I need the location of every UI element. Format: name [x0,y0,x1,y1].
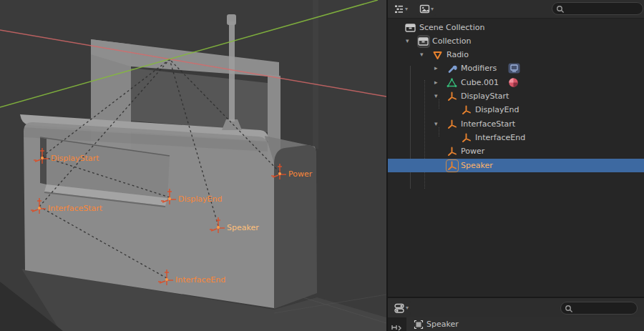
outliner-row-displaystart[interactable]: ▾ DisplayStart [388,89,644,103]
properties-tab-column[interactable] [388,317,406,331]
outliner-search-input[interactable] [567,3,643,14]
outliner-row-scene-collection[interactable]: Scene Collection [388,21,644,34]
empty-origin-dot [165,278,168,281]
empty-axes-icon [461,132,472,144]
wrench-icon [447,63,458,74]
backdrop-edge [313,0,318,149]
antenna-tip [227,14,236,25]
collapse-arrow-icon[interactable]: ▾ [420,51,424,58]
empty-axes-icon [447,146,458,157]
outliner-row-label: InterfaceStart [461,119,515,129]
chevron-down-icon: ▾ [406,305,409,311]
expand-arrow-icon[interactable]: ▸ [434,65,438,71]
display-mode-icon [419,4,430,14]
empty-origin-dot [168,197,171,200]
outliner-row-speaker[interactable]: Speaker [388,159,644,172]
expand-arrow-icon[interactable]: ▸ [434,79,438,86]
empty-label-power: Power [288,169,313,179]
properties-tab-icon [391,323,402,331]
properties-breadcrumb-strip: Speaker [388,317,644,331]
empty-label-speaker: Speaker [227,223,259,232]
chevron-down-icon: ▾ [405,6,408,12]
empty-axes-icon [447,119,458,130]
empty-axes-icon [461,104,472,116]
properties-header: ▾ [388,297,644,319]
display-recess-left-wall [40,137,47,184]
antenna-shaft [229,21,235,122]
outliner-row-interfacestart[interactable]: ▾ InterfaceStart [388,117,644,131]
outliner-row-label: DisplayStart [461,92,509,101]
outliner-row-cube-001[interactable]: ▸ Cube.001 [388,76,644,89]
empty-label-interfaceend: InterfaceEnd [175,275,225,285]
outliner-row-label: Power [461,147,484,156]
outliner-row-modifiers[interactable]: ▸ Modifiers [388,61,644,75]
collapse-arrow-icon[interactable]: ▾ [434,121,438,127]
properties-editor-button[interactable]: ▾ [391,301,411,315]
empty-origin-dot [38,207,41,209]
empty-axes-icon [447,91,458,102]
outliner-row-radio[interactable]: ▾ Radio [388,48,644,61]
properties-editor-icon [394,302,405,314]
modifier-display-icon[interactable] [508,63,520,76]
outliner-editor-icon [394,4,404,14]
collection-active-icon [418,36,429,47]
right-panel: ▾ ▾ Scene Collection▾ [386,0,644,331]
empty-origin-dot [217,226,220,229]
empty-plain-icon [432,49,444,61]
3d-viewport[interactable]: DisplayStartDisplayEndInterfaceStartInte… [0,0,386,331]
search-icon [565,305,573,313]
empty-origin-dot [41,157,44,159]
outliner-row-label: Collection [432,36,471,46]
outliner-row-label: Cube.001 [461,78,499,87]
properties-search-input[interactable] [575,302,637,314]
mesh-icon [447,77,458,89]
outliner-row-collection[interactable]: ▾ Collection [388,34,644,48]
editor-type-button[interactable]: ▾ [391,2,410,16]
collapse-arrow-icon[interactable]: ▾ [406,38,409,44]
outliner-row-label: Speaker [461,161,493,170]
outliner-row-power[interactable]: Power [388,144,644,158]
collapse-arrow-icon[interactable]: ▾ [434,93,438,99]
outliner-row-label: InterfaceEnd [475,133,525,142]
outliner-row-label: Radio [447,50,469,59]
breadcrumb: Speaker [426,320,459,329]
empty-axes-icon [447,160,458,172]
empty-label-interfacestart: InterfaceStart [48,204,103,213]
collection-icon [405,22,416,34]
outliner-row-label: Scene Collection [419,23,484,32]
display-mode-button[interactable]: ▾ [417,2,436,16]
outliner-row-interfaceend[interactable]: InterfaceEnd [388,131,644,144]
outliner-search [552,2,643,15]
outliner-row-label: Modifiers [461,64,497,73]
outliner-tree: Scene Collection▾ Collection▾ Radio▸ Mod… [388,19,644,296]
chevron-down-icon: ▾ [431,6,434,12]
outliner-header: ▾ ▾ [388,0,644,19]
empty-origin-dot [278,172,281,175]
empty-label-displayend: DisplayEnd [178,194,222,204]
empty-label-displaystart: DisplayStart [51,154,99,163]
outliner-row-displayend[interactable]: DisplayEnd [388,103,644,117]
properties-search [560,302,638,315]
outliner-row-label: DisplayEnd [475,105,519,114]
search-icon [556,5,565,14]
object-icon [414,320,424,330]
